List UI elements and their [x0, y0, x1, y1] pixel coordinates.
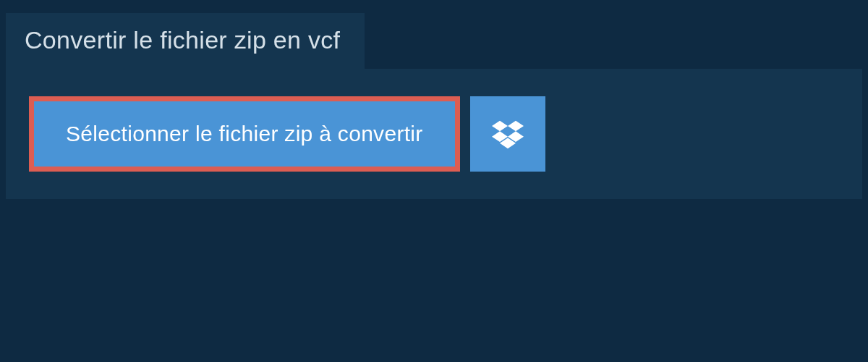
dropbox-icon [492, 118, 524, 150]
button-row: Sélectionner le fichier zip à convertir [29, 96, 839, 172]
tab-strip: Convertir le fichier zip en vcf [0, 0, 868, 69]
tab-label: Convertir le fichier zip en vcf [25, 26, 340, 54]
select-button-highlight: Sélectionner le fichier zip à convertir [29, 96, 460, 172]
tab-convert[interactable]: Convertir le fichier zip en vcf [6, 13, 365, 69]
select-file-label: Sélectionner le fichier zip à convertir [66, 122, 423, 146]
main-panel: Sélectionner le fichier zip à convertir [6, 69, 862, 199]
select-file-button[interactable]: Sélectionner le fichier zip à convertir [34, 101, 455, 167]
dropbox-button[interactable] [470, 96, 545, 172]
